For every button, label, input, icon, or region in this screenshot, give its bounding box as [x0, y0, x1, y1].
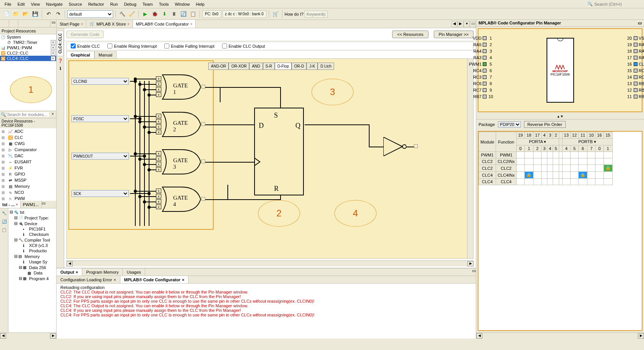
pin-cell[interactable]	[559, 165, 562, 172]
nav-tool-2[interactable]: 🔄	[1, 218, 7, 224]
run-button[interactable]: ▶	[141, 10, 149, 18]
menu-navigate[interactable]: Navigate	[43, 1, 65, 7]
pin-cell[interactable]	[570, 158, 578, 165]
tree-node[interactable]: ℹProductio	[9, 248, 55, 253]
pin-cell[interactable]	[516, 158, 524, 165]
pin-cell[interactable]	[542, 179, 547, 185]
pin-lock-icon[interactable]: 🔒	[579, 172, 587, 179]
close-icon[interactable]: ×	[127, 22, 129, 26]
tab-mplab-store[interactable]: 🛒MPLAB X Store×	[86, 20, 133, 28]
tree-node[interactable]: ℹXC8 (v1.3	[9, 243, 55, 248]
dev-adc[interactable]: ⊞📈ADC	[0, 128, 56, 134]
pin-left-RC4[interactable]: RC46	[444, 68, 494, 73]
pin-right-RB6[interactable]: 11RB6	[626, 94, 644, 99]
pin-cell[interactable]	[533, 179, 541, 185]
quick-search-input[interactable]	[594, 1, 640, 7]
pin-cell[interactable]	[570, 152, 578, 158]
pin-lock-icon[interactable]: 🔒	[603, 165, 612, 172]
portb-header[interactable]: PORTB ▾	[562, 139, 612, 145]
package-select[interactable]: PDIP20	[498, 121, 521, 127]
program-memory-tab[interactable]: Program Memory	[82, 268, 123, 276]
pin-cell[interactable]	[587, 158, 595, 165]
minimize-icon[interactable]: ▭	[50, 20, 56, 27]
nav-tool-3[interactable]: 📋	[1, 227, 7, 233]
dev-fvr[interactable]: ⊞⚡FVR	[0, 165, 56, 171]
pin-cell[interactable]	[570, 165, 578, 172]
canvas-scrollbar-h[interactable]: ◀▶	[67, 260, 474, 266]
close-icon[interactable]: ×	[182, 277, 184, 282]
gt-ord[interactable]: OR-D	[292, 63, 307, 70]
pin-right-RA0[interactable]: 19RA0	[626, 42, 644, 47]
close-icon[interactable]: ×	[114, 277, 116, 282]
pin-cell[interactable]	[579, 165, 587, 172]
pin-left-VDD[interactable]: VDD1	[444, 36, 494, 40]
pin-cell[interactable]	[547, 165, 553, 172]
grid-function[interactable]: PWM1	[496, 152, 517, 158]
reverse-pin-button[interactable]: Reverse Pin Order	[524, 121, 566, 128]
pin-cell[interactable]	[524, 152, 533, 158]
pin-cell[interactable]	[542, 165, 547, 172]
dev-comparator[interactable]: ⊞▷Comparator	[0, 147, 56, 153]
tree-node[interactable]: ℹUsage Sy	[9, 259, 55, 265]
pin-left-RC6[interactable]: RC68	[444, 81, 494, 86]
grid-module[interactable]: CLC2	[479, 158, 496, 165]
opt-falling-interrupt[interactable]: Enable Falling Interrupt	[164, 44, 214, 48]
tab-scroll-right[interactable]: ▶	[457, 21, 464, 27]
pin-cell[interactable]	[603, 158, 612, 165]
pin-right-RB4[interactable]: 13RB4	[626, 81, 644, 86]
cart-icon[interactable]: 🛒	[271, 10, 280, 18]
menu-view[interactable]: View	[28, 1, 43, 7]
close-icon[interactable]: ×	[51, 51, 55, 55]
menu-tools[interactable]: Tools	[156, 1, 172, 7]
gt-or-xor[interactable]: OR-XOR	[229, 63, 249, 70]
module-search-input[interactable]	[7, 112, 49, 117]
res-item-pwm1[interactable]: 📊PWM1::PWM×	[0, 45, 56, 50]
tree-node[interactable]: ⊟🔨Compiler Tool	[9, 237, 55, 243]
clean-build-button[interactable]: 🧹	[128, 10, 136, 18]
opt-rising-interrupt[interactable]: Enable Rising Interrupt	[107, 44, 157, 48]
undo-button[interactable]: ↶	[44, 10, 53, 18]
pin-left-PWM1[interactable]: PWM15	[444, 62, 494, 66]
pin-cell[interactable]	[533, 172, 541, 179]
output-tab[interactable]: Output×	[57, 268, 82, 276]
dev-memory[interactable]: ⊞▤Memory	[0, 183, 56, 189]
menu-edit[interactable]: Edit	[15, 1, 28, 7]
nav-tool-1[interactable]: 🔧	[1, 210, 7, 216]
dev-pwm[interactable]: ⊞⎍PWM	[0, 195, 56, 201]
menu-help[interactable]: Help	[193, 1, 208, 7]
tree-node[interactable]: ⊟▦Data 256	[9, 265, 55, 270]
download-button[interactable]: ⬇	[160, 10, 169, 18]
pin-cell[interactable]	[553, 152, 559, 158]
build-button[interactable]: 🔨	[118, 10, 127, 18]
generate-code-button[interactable]: Generate Code	[67, 31, 104, 38]
dev-gpio[interactable]: ⊞⎘GPIO	[0, 171, 56, 177]
grid-module[interactable]: PWM1	[479, 152, 496, 158]
pin-cell[interactable]	[570, 179, 578, 185]
menu-window[interactable]: Window	[172, 1, 193, 7]
mcc-button[interactable]: 📋	[189, 10, 197, 18]
pin-cell[interactable]	[562, 158, 570, 165]
pin-cell[interactable]	[603, 179, 612, 185]
pin-cell[interactable]	[579, 158, 587, 165]
menu-debug[interactable]: Debug	[121, 1, 139, 7]
close-icon[interactable]: ×	[51, 40, 55, 45]
nav-tab-tst[interactable]: tst - ...×	[0, 201, 21, 208]
res-item-tmr2[interactable]: ⏱TMR2::Timer×	[0, 40, 56, 45]
pin-cell[interactable]	[542, 158, 547, 165]
nav-tab-pwm1[interactable]: PWM1...	[21, 201, 42, 208]
pin-cell[interactable]	[559, 172, 562, 179]
minimize-icon[interactable]: ▭	[42, 201, 45, 208]
pin-left-RC3[interactable]: RC37	[444, 75, 494, 79]
pin-left-RC7[interactable]: RC79	[444, 88, 494, 92]
res-item-clc2[interactable]: 🔀CLC2::CLC×	[0, 50, 56, 56]
close-icon[interactable]: ×	[16, 203, 18, 206]
pin-cell[interactable]	[533, 158, 541, 165]
close-icon[interactable]: ×	[81, 22, 83, 26]
subtab-manual[interactable]: Manual	[94, 51, 117, 58]
gt-sr[interactable]: S-R	[263, 63, 275, 70]
pin-left-RA3[interactable]: RA34	[444, 55, 494, 60]
pin-cell[interactable]	[579, 179, 587, 185]
pin-cell[interactable]	[547, 152, 553, 158]
menu-refactor[interactable]: Refactor	[85, 1, 107, 7]
pin-left-RA4[interactable]: RA43	[444, 49, 494, 53]
